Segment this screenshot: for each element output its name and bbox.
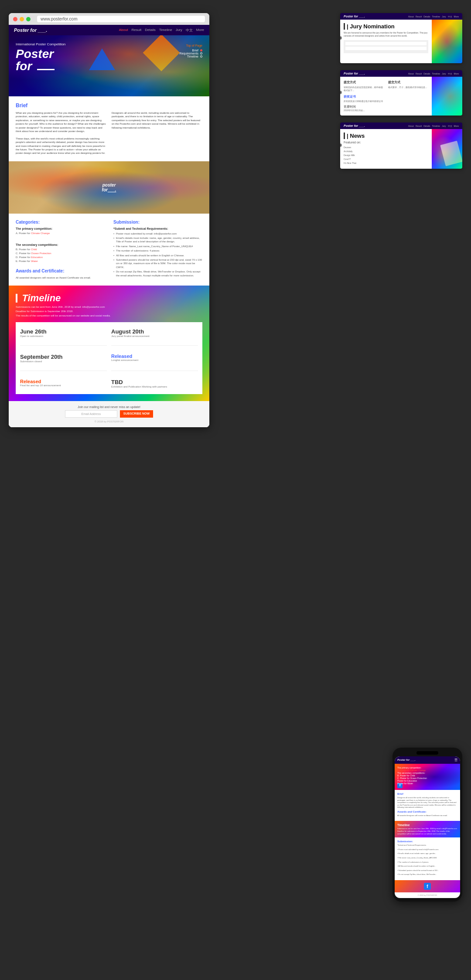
jury-nav-links: About Result Details Timeline Jury 中文 Mo… (408, 15, 459, 18)
news-preview-card: Poster for ___. About Result Details Tim… (340, 122, 462, 169)
chinese-row-1: 提交方式 请将您的作品发送至指定邮箱，邮件标题格式如下... 提交方式 格式要求… (344, 80, 428, 92)
jury-preview-card: Poster for ___. About Result Details Tim… (340, 13, 462, 63)
info-section: Categories: The primary competition: A. … (9, 214, 209, 286)
awards-section: Awards and Certificate: All awarded desi… (16, 269, 105, 279)
close-button[interactable] (13, 17, 17, 21)
news-preview-nav: Poster for ___. About Result Details Tim… (340, 122, 462, 129)
chinese-preview-content: 提交方式 请将您的作品发送至指定邮箱，邮件标题格式如下... 提交方式 格式要求… (340, 77, 462, 116)
mobile-sub-req-4: • The number of submissions is 4 pieces (397, 861, 457, 864)
date-sep20: September 20th (20, 354, 107, 360)
news-preview-content: | News Featured on: Dezeen Archdaily Des… (340, 129, 462, 169)
label-released-2: Final list and top 10 announcement (20, 384, 107, 387)
timeline-item-1: August 20th Jury panel finalist announce… (111, 327, 198, 339)
jury-nomination-title: | Jury Nomination (344, 23, 428, 30)
chinese-col-1: 提交方式 请将您的作品发送至指定邮箱，邮件标题格式如下... (344, 80, 384, 92)
timeline-subtitle-2: Deadline for Submission is September 20t… (16, 310, 202, 313)
brief-title: Brief (16, 102, 202, 109)
date-tbd: TBD (111, 379, 198, 385)
time-cn: 竞赛时间 (344, 105, 428, 109)
nav-result[interactable]: Result (132, 28, 142, 33)
tagline-timeline: Timeline (179, 55, 202, 58)
side-previews: Poster for ___. About Result Details Tim… (340, 13, 462, 169)
news-preview-gradient (432, 129, 462, 169)
timeline-subtitle-1: Submissions can be sent from June 26th, … (16, 306, 202, 308)
dot-requirements (200, 52, 202, 54)
timeline-title: Timeline (22, 293, 61, 303)
cert-cn: 获奖证书 (344, 95, 428, 99)
awards-text: All awarded designers will receive an Aw… (16, 276, 105, 279)
address-bar[interactable]: www.posterfor.com (37, 16, 205, 22)
secondary-item-3: E. Poster for Water (16, 259, 105, 263)
tagline-header: Top of Page (179, 44, 202, 47)
mobile-hero: f The primary competition: A. Poster for… (395, 764, 460, 790)
site-footer: Join our mailing list and never miss an … (9, 401, 209, 427)
mobile-preview: Poster for ___. ☰ f The primary competit… (392, 748, 462, 902)
timeline-heading: Timeline Submissions can be sent from Ju… (16, 293, 202, 317)
divider-2 (111, 345, 198, 346)
label-tbd: Exhibition and Publication Working with … (111, 385, 198, 388)
site-navigation: Poster for ___. About Result Details Tim… (9, 25, 209, 35)
awards-title: Awards and Certificate: (16, 269, 105, 273)
mobile-menu-icon[interactable]: ☰ (454, 758, 457, 762)
mobile-sub-req-6: • Submitted posters should be vertical f… (397, 869, 457, 872)
email-input[interactable]: Email Address (65, 410, 117, 418)
jury-preview-nav: Poster for ___. About Result Details Tim… (340, 13, 462, 20)
chinese-preview-gradient (432, 77, 462, 116)
mobile-sub-req-1: • Poster must submitted by email info@Po… (397, 848, 457, 851)
mobile-submission-text: *Submit and Technical Requirements: (397, 844, 457, 847)
nav-about[interactable]: About (119, 28, 128, 33)
news-paper-decoration (440, 141, 462, 167)
brief-text-2: Designers all around the world, includin… (112, 111, 202, 155)
cert-cn-text: 所有获奖设计师将通过电子邮件获得证书 (344, 100, 428, 103)
mobile-nav: Poster for ___. ☰ (395, 756, 460, 764)
mobile-timeline: Timeline Submissions can be sent from Ju… (395, 821, 460, 837)
mobile-footer-fb[interactable]: f (424, 883, 431, 890)
date-june26: June 26th (20, 328, 107, 335)
browser-content: Poster for ___. About Result Details Tim… (9, 25, 209, 427)
form-row-2 (345, 47, 427, 50)
tagline-brief: Brief (179, 49, 202, 52)
chinese-col-2: 提交方式 格式要求，尺寸，颜色模式等详细信息... (388, 80, 428, 92)
mobile-submission: Submission: *Submit and Technical Requir… (395, 837, 460, 880)
info-columns: Categories: The primary competition: A. … (16, 220, 202, 279)
date-aug20: August 20th (111, 328, 198, 335)
browser-window: www.posterfor.com Poster for ___. About … (9, 13, 209, 427)
mobile-copyright: © 2018 by POSTERFOR (395, 892, 460, 898)
jury-preview-logo: Poster for ___. (344, 15, 365, 18)
categories-title: Categories: (16, 220, 105, 225)
timeline-bar-decoration (16, 294, 17, 303)
site-logo[interactable]: Poster for ___. (14, 27, 47, 33)
nav-details[interactable]: Details (145, 28, 155, 33)
news-nav-links: About Result Details Timeline Jury 中文 Mo… (408, 125, 459, 127)
news-item-1: Archdaily (344, 150, 428, 153)
mobile-content: Brief Designers all around the world, in… (395, 790, 460, 821)
subscribe-button[interactable]: SUBSCRIBE NOW (120, 410, 153, 418)
sub-item-0: Poster must submitted by email: info@pos… (113, 232, 202, 235)
jury-preview-content: | Jury Nomination We are honored to anno… (340, 20, 462, 63)
hero-blank (37, 69, 55, 70)
status-released-1: Released (111, 354, 198, 359)
primary-item-0: A. Poster for Climate Change (16, 231, 105, 235)
timeline-item-2: September 20th Submission closed (20, 352, 107, 364)
mobile-brief-text: Designers all around the world, includin… (397, 796, 457, 809)
minimize-button[interactable] (20, 17, 24, 21)
timeline-item-0: June 26th Open to submission (20, 327, 107, 339)
nav-jury[interactable]: Jury (176, 28, 182, 33)
dot-timeline (200, 55, 202, 58)
nav-more[interactable]: More (196, 28, 204, 33)
hero-text: International Poster Competition Poster … (16, 42, 202, 72)
divider-3 (20, 371, 107, 371)
submission-cn-text: 请将您的作品发送至指定邮箱，邮件标题格式如下... (344, 86, 384, 92)
hero-subtitle: International Poster Competition (16, 42, 202, 46)
news-preview-logo: Poster for ___. (344, 124, 365, 127)
footer-text: Join our mailing list and never miss an … (16, 405, 202, 408)
hero-tagline: Top of Page Brief Requirements Timeline (179, 44, 202, 58)
maximize-button[interactable] (26, 17, 31, 21)
nav-timeline[interactable]: Timeline (159, 28, 172, 33)
nav-chinese[interactable]: 中文 (186, 28, 193, 33)
news-featured-label: Featured on: (344, 141, 428, 144)
jury-preview-gradient (432, 20, 462, 63)
mobile-notch (416, 751, 438, 755)
submission-requirements-title: *Submit and Technical Requirements: (113, 227, 202, 230)
categories-column: Categories: The primary competition: A. … (16, 220, 105, 279)
